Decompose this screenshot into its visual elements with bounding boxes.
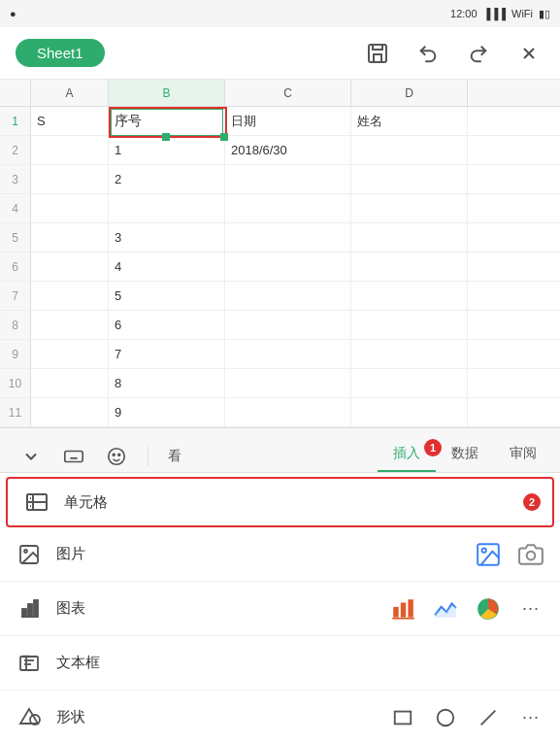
chart-more-icon[interactable]: ··· xyxy=(517,595,544,623)
table-row: 10 8 xyxy=(0,369,560,398)
cell-b11[interactable]: 9 xyxy=(109,398,225,426)
cell-a11[interactable] xyxy=(31,398,109,426)
shape-rect-icon[interactable] xyxy=(389,704,416,731)
cell-d5[interactable] xyxy=(351,223,468,252)
table-row: 6 4 xyxy=(0,253,560,282)
shape-more-icon[interactable]: ··· xyxy=(517,704,544,731)
cell-b4[interactable] xyxy=(109,194,225,222)
redo-button[interactable] xyxy=(463,38,494,69)
menu-cell-badge: 2 xyxy=(523,493,541,511)
emoji-icon-button[interactable] xyxy=(101,441,132,472)
row-num-1: 1 xyxy=(0,107,31,135)
cell-a6[interactable] xyxy=(31,253,109,281)
cell-d6[interactable] xyxy=(351,253,468,281)
cell-b3[interactable]: 2 xyxy=(109,165,225,193)
svg-rect-29 xyxy=(408,599,412,617)
battery-icon: ▮▯ xyxy=(539,8,550,20)
picture-label: 图片 xyxy=(56,545,461,563)
cell-a5[interactable] xyxy=(31,223,109,252)
cell-b8[interactable]: 6 xyxy=(109,311,225,339)
status-icon: ● xyxy=(10,8,16,19)
picture-right-icons xyxy=(475,541,544,568)
col-header-b[interactable]: B xyxy=(109,80,225,106)
svg-point-39 xyxy=(438,709,454,725)
cell-icon xyxy=(23,489,50,516)
shape-right-icons: ··· xyxy=(389,704,544,731)
cell-a9[interactable] xyxy=(31,340,109,368)
svg-point-12 xyxy=(109,449,125,465)
cell-c11[interactable] xyxy=(225,398,351,426)
svg-point-21 xyxy=(482,548,486,552)
cell-c2[interactable]: 2018/6/30 xyxy=(225,136,351,164)
camera-icon[interactable] xyxy=(517,541,544,568)
cell-d7[interactable] xyxy=(351,282,468,310)
chart-bar-icon[interactable] xyxy=(389,595,416,623)
col-header-a[interactable]: A xyxy=(31,80,109,106)
row-num-header xyxy=(0,80,31,106)
cell-d9[interactable] xyxy=(351,340,468,368)
shape-line-icon[interactable] xyxy=(475,704,502,731)
cell-d3[interactable] xyxy=(351,165,468,193)
shape-circle-icon[interactable] xyxy=(432,704,459,731)
cell-c8[interactable] xyxy=(225,311,351,339)
cell-a4[interactable] xyxy=(31,194,109,222)
sheet-tab[interactable]: Sheet1 xyxy=(16,39,105,67)
col-header-d[interactable]: D xyxy=(351,80,468,106)
row-num-6: 6 xyxy=(0,253,31,281)
cell-b6[interactable]: 4 xyxy=(109,253,225,281)
cell-b7[interactable]: 5 xyxy=(109,282,225,310)
cell-c7[interactable] xyxy=(225,282,351,310)
cell-a1[interactable]: S xyxy=(31,107,109,135)
menu-item-cell[interactable]: 单元格 2 xyxy=(6,477,554,527)
cell-c6[interactable] xyxy=(225,253,351,281)
undo-button[interactable] xyxy=(412,38,444,69)
cell-b10[interactable]: 8 xyxy=(109,369,225,397)
cell-c5[interactable] xyxy=(225,223,351,252)
cell-c9[interactable] xyxy=(225,340,351,368)
cell-b9[interactable]: 7 xyxy=(109,340,225,368)
cell-d10[interactable] xyxy=(351,369,468,397)
cell-a10[interactable] xyxy=(31,369,109,397)
cell-d11[interactable] xyxy=(351,398,468,426)
cell-d4[interactable] xyxy=(351,194,468,222)
save-button[interactable] xyxy=(362,38,393,69)
keyboard-icon-button[interactable] xyxy=(58,441,89,472)
cell-c10[interactable] xyxy=(225,369,351,397)
cell-d2[interactable] xyxy=(351,136,468,164)
gallery-icon[interactable] xyxy=(475,541,502,568)
cell-d8[interactable] xyxy=(351,311,468,339)
cell-c3[interactable] xyxy=(225,165,351,193)
table-row: 9 7 xyxy=(0,340,560,369)
cell-c4[interactable] xyxy=(225,194,351,222)
chart-pie-icon[interactable] xyxy=(475,595,502,623)
menu-item-chart[interactable]: 图表 xyxy=(0,582,560,636)
cell-b1[interactable]: 序号 xyxy=(109,107,225,135)
chart-line-icon[interactable] xyxy=(432,595,459,623)
insert-menu: 单元格 2 图片 xyxy=(0,477,560,742)
cell-a8[interactable] xyxy=(31,311,109,339)
cell-a3[interactable] xyxy=(31,165,109,193)
tab-data[interactable]: 数据 xyxy=(436,437,494,472)
row-num-4: 4 xyxy=(0,194,31,222)
see-button[interactable]: 看 xyxy=(164,441,185,472)
cell-d1[interactable]: 姓名 xyxy=(351,107,468,135)
col-header-c[interactable]: C xyxy=(225,80,351,106)
expand-icon-button[interactable] xyxy=(16,441,47,472)
shape-label: 形状 xyxy=(56,708,376,726)
cell-b5[interactable]: 3 xyxy=(109,223,225,252)
cell-a2[interactable] xyxy=(31,136,109,164)
cell-handle-br xyxy=(220,133,228,141)
menu-item-textbox[interactable]: 文本框 xyxy=(0,636,560,691)
menu-item-picture[interactable]: 图片 xyxy=(0,527,560,582)
table-row: 5 3 xyxy=(0,223,560,253)
status-bar: ● 12:00 ▐▐▐ WiFi ▮▯ xyxy=(0,0,560,27)
menu-item-shape[interactable]: 形状 ··· xyxy=(0,691,560,742)
cell-a7[interactable] xyxy=(31,282,109,310)
close-button[interactable] xyxy=(513,38,544,69)
svg-point-13 xyxy=(113,454,115,455)
tab-review[interactable]: 审阅 xyxy=(494,437,552,472)
tab-icons-area: 看 xyxy=(8,441,378,472)
svg-line-40 xyxy=(481,710,496,725)
tab-insert[interactable]: 插入 1 xyxy=(378,437,436,472)
cell-c1[interactable]: 日期 xyxy=(225,107,351,135)
